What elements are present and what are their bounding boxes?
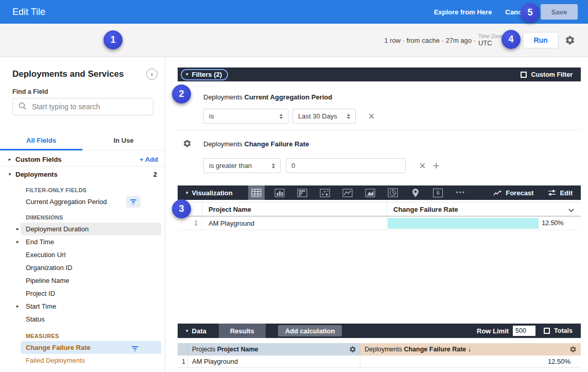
data-table: Projects Project Name Deployments Change… (178, 343, 581, 368)
filter-1-controls: is Last 30 Days × (203, 109, 375, 124)
sort-desc-icon: ↓ (468, 346, 471, 353)
viz-type-scatter-icon[interactable] (317, 187, 333, 199)
add-custom-field-button[interactable]: + Add (140, 156, 158, 163)
filter-1-value-select[interactable]: Last 30 Days (292, 109, 356, 124)
expand-arrow-icon[interactable]: ▸ (16, 300, 19, 313)
select-arrows-icon (273, 114, 283, 119)
data-col-change-failure-rate[interactable]: Deployments Change Failure Rate ↓ (360, 343, 581, 356)
filter-gear-icon[interactable] (183, 139, 192, 150)
expand-arrow-icon[interactable]: ▸ (4, 157, 15, 162)
save-button[interactable]: Save (541, 4, 578, 20)
query-bar: Change failure Rate 1 row · from cache ·… (0, 24, 588, 57)
section-caret-icon[interactable]: ▾ (186, 190, 188, 195)
field-search-box[interactable] (12, 98, 153, 115)
field-status[interactable]: Status (0, 313, 165, 326)
field-deployment-duration[interactable]: ▸ Deployment Duration (0, 223, 165, 235)
field-search-input[interactable] (32, 103, 140, 111)
remove-filter-icon[interactable]: × (419, 161, 426, 171)
filter-only-fields-label: FILTER-ONLY FIELDS (0, 185, 165, 195)
viz-col-change-failure-rate[interactable]: Change Failure Rate (387, 202, 581, 216)
filters-section-header: ▾ Filters (2) Custom Filter (178, 67, 581, 81)
viz-type-line-icon[interactable] (340, 187, 355, 199)
viz-type-more-icon[interactable]: ••• (453, 187, 469, 199)
column-gear-icon[interactable] (569, 346, 577, 353)
filters-toggle[interactable]: ▾ Filters (2) (181, 69, 228, 80)
viz-type-map-icon[interactable] (408, 187, 423, 199)
search-icon (18, 102, 27, 112)
add-filter-value-icon[interactable]: + (433, 161, 440, 171)
field-project-id[interactable]: Project ID (0, 287, 165, 300)
measures-label: MEASURES (0, 331, 165, 341)
viz-type-single-value-icon[interactable]: 6 (430, 187, 446, 199)
dialog-title: Edit Tile (12, 7, 45, 18)
field-execution-url[interactable]: Execution Url (0, 248, 165, 261)
remove-filter-icon[interactable]: × (368, 111, 375, 122)
run-button[interactable]: Run (523, 32, 559, 48)
annotation-badge-1: 1 (103, 30, 123, 49)
edit-sliders-icon (548, 189, 556, 196)
filter-2-value-input[interactable] (286, 158, 406, 173)
collapse-sidebar-button[interactable]: ‹ (146, 69, 158, 80)
section-caret-icon: ▾ (186, 72, 188, 77)
results-tab[interactable]: Results (219, 324, 266, 338)
deployments-group[interactable]: ▾ Deployments 2 (0, 166, 165, 182)
field-start-time[interactable]: ▸ Start Time (0, 300, 165, 313)
edit-viz-button[interactable]: Edit (548, 189, 573, 197)
filter-2-operator-select[interactable]: is greater than (203, 158, 281, 173)
annotation-badge-4: 4 (501, 30, 521, 49)
section-caret-icon[interactable]: ▾ (186, 328, 188, 333)
cell-value-label: 12.50% (542, 219, 563, 227)
collapse-arrow-icon[interactable]: ▾ (4, 172, 15, 177)
field-failed-deployments[interactable]: Failed Deployments (0, 354, 165, 367)
forecast-icon (493, 189, 502, 197)
annotation-badge-2: 2 (172, 84, 191, 104)
tab-in-use[interactable]: In Use (82, 129, 165, 150)
viz-type-bar-icon[interactable] (295, 187, 310, 199)
field-pipeline-name[interactable]: Pipeline Name (0, 274, 165, 287)
viz-type-pie-icon[interactable] (385, 187, 401, 199)
tab-all-fields[interactable]: All Fields (0, 129, 82, 150)
viz-type-column-icon[interactable] (272, 187, 287, 199)
field-list: ▸ Custom Fields + Add ▾ Deployments 2 FI… (0, 153, 165, 367)
find-a-field-label: Find a Field (12, 88, 48, 95)
data-table-row[interactable]: 1 AM Playground 12.50% (178, 356, 581, 368)
main-panel: ▾ Filters (2) Custom Filter Deployments … (165, 57, 588, 372)
data-col-project-name[interactable]: Projects Project Name (188, 343, 360, 356)
add-calculation-button[interactable]: Add calculation (278, 325, 342, 336)
forecast-button[interactable]: Forecast (493, 189, 533, 197)
query-status-text: 1 row · from cache · 27m ago · (384, 37, 476, 44)
edit-tile-dialog: Edit Tile Explore from Here Cancel Save … (0, 0, 588, 372)
column-gear-icon[interactable] (349, 346, 356, 353)
field-change-failure-rate[interactable]: Change Failure Rate (0, 341, 165, 354)
viz-type-area-icon[interactable] (362, 187, 378, 199)
viz-col-project-name[interactable]: Project Name (202, 202, 387, 216)
field-current-aggregation-period[interactable]: Current Aggregation Period (0, 195, 165, 208)
select-arrows-icon (341, 114, 350, 119)
data-section-header: ▾ Data Results Add calculation Row Limit… (178, 324, 581, 338)
chevron-down-icon[interactable] (568, 207, 574, 212)
expand-arrow-icon[interactable]: ▸ (16, 223, 19, 235)
field-picker-sidebar: Deployments and Services ‹ Find a Field … (0, 57, 165, 372)
filter-2-label: Deployments Change Failure Rate (203, 140, 309, 148)
filter-2-controls: is greater than × + (203, 158, 440, 173)
filter-icon[interactable] (126, 196, 141, 208)
field-end-time[interactable]: ▸ End Time (0, 235, 165, 248)
fields-in-use-count: 2 (153, 171, 157, 178)
field-organization-id[interactable]: Organization ID (0, 261, 165, 274)
custom-filter-checkbox[interactable] (521, 72, 527, 78)
viz-type-table-icon[interactable] (248, 185, 265, 200)
viz-table-row[interactable]: 1 AM Playground 12.50% (178, 216, 581, 230)
dimensions-label: DIMENSIONS (0, 212, 165, 223)
row-limit-input[interactable] (513, 326, 535, 336)
filter-1-operator-select[interactable]: is (203, 109, 288, 124)
totals-label: Totals (554, 327, 573, 334)
sidebar-tabs: All Fields In Use (0, 129, 165, 150)
expand-arrow-icon[interactable]: ▸ (16, 235, 19, 248)
custom-fields-group[interactable]: ▸ Custom Fields + Add (0, 153, 165, 166)
query-settings-gear-icon[interactable] (565, 35, 575, 45)
annotation-badge-5: 5 (521, 3, 540, 22)
row-number-column-header (178, 343, 188, 356)
totals-checkbox[interactable] (544, 328, 550, 334)
select-arrows-icon (266, 163, 275, 168)
explore-from-here-link[interactable]: Explore from Here (434, 8, 492, 16)
